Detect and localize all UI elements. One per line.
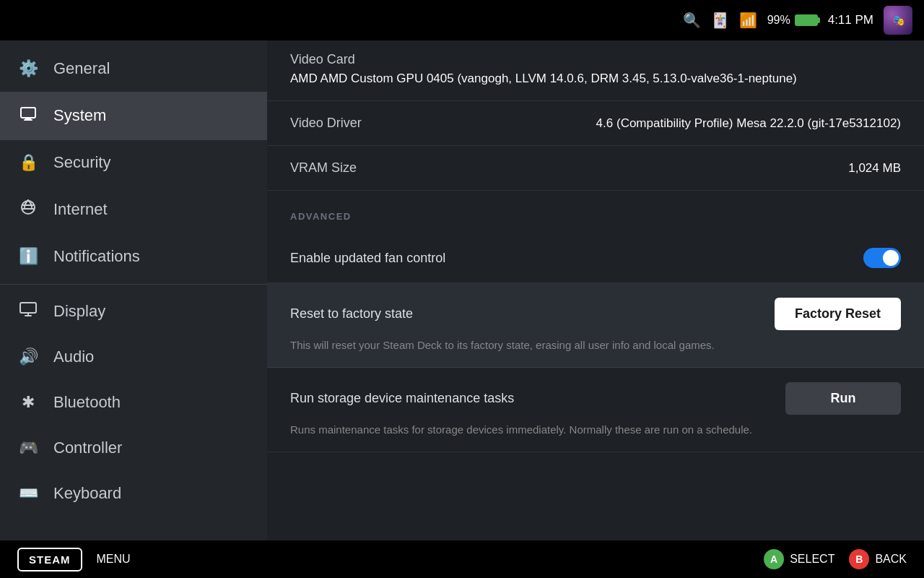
bottombar-left: STEAM MENU	[17, 548, 131, 571]
sidebar: ⚙️ General System 🔒 Security	[0, 40, 267, 540]
video-card-value: AMD AMD Custom GPU 0405 (vangogh, LLVM 1…	[290, 72, 901, 86]
notifications-icon: ℹ️	[17, 247, 39, 266]
keyboard-icon: ⌨️	[17, 484, 39, 503]
user-avatar[interactable]: 🎭	[884, 6, 912, 35]
factory-reset-button[interactable]: Factory Reset	[775, 298, 901, 330]
main-content: Video Card AMD AMD Custom GPU 0405 (vang…	[267, 40, 924, 540]
back-action: B BACK	[849, 549, 907, 569]
storage-desc: Runs maintenance tasks for storage devic…	[290, 422, 901, 437]
audio-icon: 🔊	[17, 348, 39, 366]
gear-icon: ⚙️	[17, 59, 39, 78]
battery-icon	[795, 14, 818, 26]
vram-label: VRAM Size	[290, 160, 357, 176]
sidebar-item-general[interactable]: ⚙️ General	[0, 46, 267, 92]
svg-rect-2	[24, 119, 32, 121]
display-icon	[17, 302, 39, 321]
fan-control-slider[interactable]	[863, 248, 901, 268]
video-card-label: Video Card	[290, 52, 901, 67]
info-section: Video Card AMD AMD Custom GPU 0405 (vang…	[267, 40, 924, 452]
battery-pct: 99%	[767, 14, 790, 27]
sidebar-label-display: Display	[53, 302, 105, 321]
clock: 4:11 PM	[828, 13, 873, 27]
sidebar-label-internet: Internet	[53, 200, 108, 219]
bluetooth-icon: ✱	[17, 393, 39, 412]
sidebar-item-notifications[interactable]: ℹ️ Notifications	[0, 234, 267, 280]
select-action: A SELECT	[764, 549, 834, 569]
factory-reset-row: Reset to factory state Factory Reset Thi…	[267, 283, 924, 368]
sidebar-item-security[interactable]: 🔒 Security	[0, 140, 267, 186]
sidebar-item-internet[interactable]: Internet	[0, 186, 267, 234]
fan-control-row: Enable updated fan control	[267, 233, 924, 283]
sidebar-label-audio: Audio	[53, 348, 94, 366]
run-storage-button[interactable]: Run	[785, 382, 901, 415]
vram-row: VRAM Size 1,024 MB	[267, 146, 924, 191]
signal-icon: 📶	[739, 12, 757, 29]
sidebar-label-controller: Controller	[53, 439, 122, 457]
svg-rect-4	[20, 303, 36, 313]
topbar-icons: 🔍 🃏 📶 99% 4:11 PM 🎭	[683, 6, 912, 35]
factory-reset-desc: This will reset your Steam Deck to its f…	[290, 337, 901, 353]
bottombar: STEAM MENU A SELECT B BACK	[0, 540, 924, 578]
sidebar-item-keyboard[interactable]: ⌨️ Keyboard	[0, 471, 267, 517]
svg-rect-0	[21, 108, 35, 118]
sidebar-item-audio[interactable]: 🔊 Audio	[0, 335, 267, 380]
sidebar-label-general: General	[53, 59, 110, 78]
sidebar-divider	[0, 284, 267, 285]
main-layout: ⚙️ General System 🔒 Security	[0, 40, 924, 540]
avatar-image: 🎭	[884, 6, 912, 35]
search-icon[interactable]: 🔍	[683, 12, 701, 29]
menu-label: MENU	[97, 553, 131, 566]
back-label: BACK	[875, 553, 907, 566]
steam-button[interactable]: STEAM	[17, 548, 82, 571]
sidebar-label-security: Security	[53, 153, 110, 172]
b-button[interactable]: B	[849, 549, 869, 569]
advanced-header: ADVANCED	[267, 191, 924, 233]
sidebar-label-system: System	[53, 106, 106, 125]
library-icon[interactable]: 🃏	[711, 12, 729, 29]
factory-reset-top: Reset to factory state Factory Reset	[290, 298, 901, 330]
bottombar-right: A SELECT B BACK	[764, 549, 907, 569]
vram-value: 1,024 MB	[848, 161, 901, 176]
system-icon	[17, 105, 39, 126]
video-driver-value: 4.6 (Compatibility Profile) Mesa 22.2.0 …	[596, 116, 901, 131]
sidebar-item-bluetooth[interactable]: ✱ Bluetooth	[0, 380, 267, 426]
svg-rect-1	[25, 118, 31, 119]
video-driver-row: Video Driver 4.6 (Compatibility Profile)…	[267, 101, 924, 146]
battery-indicator: 99%	[767, 14, 818, 27]
sidebar-label-bluetooth: Bluetooth	[53, 393, 121, 412]
sidebar-item-controller[interactable]: 🎮 Controller	[0, 426, 267, 471]
video-driver-label: Video Driver	[290, 116, 362, 131]
a-button[interactable]: A	[764, 549, 784, 569]
sidebar-label-keyboard: Keyboard	[53, 484, 121, 503]
lock-icon: 🔒	[17, 153, 39, 172]
factory-reset-label: Reset to factory state	[290, 306, 413, 322]
sidebar-item-system[interactable]: System	[0, 92, 267, 140]
svg-point-3	[22, 201, 35, 214]
storage-maintenance-top: Run storage device maintenance tasks Run	[290, 382, 901, 415]
sidebar-item-display[interactable]: Display	[0, 289, 267, 335]
fan-control-toggle[interactable]	[863, 248, 901, 268]
controller-icon: 🎮	[17, 439, 39, 457]
storage-label: Run storage device maintenance tasks	[290, 391, 514, 406]
fan-control-label: Enable updated fan control	[290, 251, 445, 266]
select-label: SELECT	[790, 553, 834, 566]
storage-maintenance-row: Run storage device maintenance tasks Run…	[267, 368, 924, 452]
video-card-row: Video Card AMD AMD Custom GPU 0405 (vang…	[267, 40, 924, 101]
topbar: 🔍 🃏 📶 99% 4:11 PM 🎭	[0, 0, 924, 40]
sidebar-label-notifications: Notifications	[53, 247, 140, 266]
internet-icon	[17, 199, 39, 220]
